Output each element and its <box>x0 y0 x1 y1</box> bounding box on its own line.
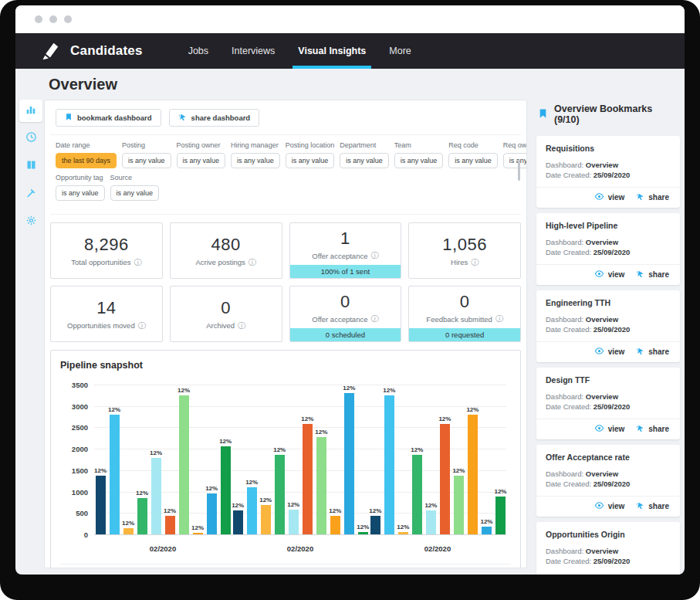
bar-interview[interactable] <box>289 510 299 534</box>
bar-interview[interactable] <box>151 458 161 534</box>
bar-interview[interactable] <box>207 493 217 534</box>
bookmark-date-line: Date Created: 25/09/2020 <box>546 402 671 412</box>
filter-opportunity-tag: Opportunity tagis any value <box>56 174 105 201</box>
filters-scrollbar[interactable] <box>518 160 520 181</box>
info-icon[interactable]: ⓘ <box>471 259 479 266</box>
tab-visual-insights[interactable]: Visual Insights <box>286 33 377 69</box>
x-axis-label: 02/2020 <box>106 544 220 553</box>
stat-card-offer-acceptance: 1Offer acceptanceⓘ100% of 1 sent <box>289 222 402 279</box>
window-control-dot[interactable] <box>35 15 42 23</box>
info-icon[interactable]: ⓘ <box>249 259 256 266</box>
rail-item-bar-chart[interactable] <box>19 100 42 122</box>
filter-value-pill[interactable]: is any value <box>340 153 389 168</box>
share-link[interactable]: share <box>636 347 669 357</box>
bar-column: 12% <box>164 385 176 534</box>
bookmark-dashboard-label: bookmark dashboard <box>77 114 152 122</box>
bookmark-card-opportunities-origin: Opportunities OriginDashboard: OverviewD… <box>536 522 680 575</box>
filter-value-pill[interactable]: is any value <box>177 153 226 168</box>
bar-interview[interactable] <box>344 393 354 534</box>
view-link[interactable]: view <box>594 192 625 202</box>
bar-interview[interactable] <box>275 455 285 534</box>
filter-value-pill[interactable]: is any value <box>503 153 527 168</box>
share-label: share <box>648 502 669 510</box>
filter-department: Departmentis any value <box>340 141 389 168</box>
tab-more[interactable]: More <box>377 33 422 69</box>
bookmark-dashboard-button[interactable]: bookmark dashboard <box>56 109 161 127</box>
filter-value-pill[interactable]: is any value <box>110 185 160 201</box>
bar-value-label: 12% <box>424 502 437 509</box>
bar-interview[interactable] <box>398 532 408 534</box>
bar-applicant[interactable] <box>384 395 394 534</box>
share-label: share <box>648 270 669 279</box>
bar-interview[interactable] <box>123 528 134 534</box>
view-link[interactable]: view <box>594 424 625 434</box>
bar-lead[interactable] <box>233 510 243 534</box>
view-label: view <box>608 425 625 433</box>
share-link[interactable]: share <box>636 192 669 202</box>
filter-label: Source <box>110 174 160 181</box>
info-icon[interactable]: ⓘ <box>370 315 378 323</box>
share-dashboard-button[interactable]: share dashboard <box>169 109 260 127</box>
rail-item-settings[interactable] <box>19 211 42 233</box>
filter-label: Department <box>340 141 389 149</box>
bar-group-3: 12%12%12%12%12%12%12%12%12%12% <box>369 385 506 534</box>
bar-interview[interactable] <box>221 446 231 534</box>
rail-item-tools[interactable] <box>19 183 42 205</box>
bar-interview[interactable] <box>330 516 340 534</box>
bar-lead[interactable] <box>96 476 106 534</box>
info-icon[interactable]: ⓘ <box>238 322 245 330</box>
bar-interview[interactable] <box>303 424 313 534</box>
info-icon[interactable]: ⓘ <box>138 322 146 330</box>
bar-applicant[interactable] <box>110 415 120 534</box>
bar-applicant[interactable] <box>247 487 257 534</box>
info-icon[interactable]: ⓘ <box>370 252 378 259</box>
bar-value-label: 12% <box>480 518 492 525</box>
bar-value-label: 12% <box>232 502 244 509</box>
chart-legend: LeadApplicantInterviewInterviewInterview… <box>60 564 511 568</box>
bar-interview[interactable] <box>482 527 492 534</box>
bar-interview[interactable] <box>454 476 464 534</box>
rail-item-clock[interactable] <box>19 127 42 150</box>
view-link[interactable]: view <box>594 269 625 280</box>
bar-column: 12% <box>273 385 286 534</box>
filter-value-pill[interactable]: is any value <box>286 153 335 168</box>
rail-item-book[interactable] <box>19 155 42 178</box>
bar-interview[interactable] <box>193 533 203 534</box>
bar-interview[interactable] <box>316 437 326 534</box>
bar-interview[interactable] <box>412 455 422 534</box>
stat-card-total-opportunities: 8,296Total opportunitiesⓘ <box>50 222 163 279</box>
bar-interview[interactable] <box>495 497 506 534</box>
view-link[interactable]: view <box>594 501 625 511</box>
bar-interview[interactable] <box>179 395 189 534</box>
bar-interview[interactable] <box>165 516 175 534</box>
filter-value-pill[interactable]: is any value <box>448 153 498 168</box>
share-link[interactable]: share <box>636 501 669 511</box>
share-label: share <box>648 193 669 202</box>
filter-value-pill[interactable]: is any value <box>122 153 171 168</box>
filter-value-pill[interactable]: the last 90 days <box>56 153 117 168</box>
filter-value-pill[interactable]: is any value <box>56 185 105 201</box>
bar-interview[interactable] <box>261 505 271 534</box>
bookmark-card-footer: viewshare <box>536 496 680 517</box>
bar-interview[interactable] <box>137 498 147 534</box>
filter-value-pill[interactable]: is any value <box>231 153 280 168</box>
bar-interview[interactable] <box>358 532 368 534</box>
tab-jobs[interactable]: Jobs <box>177 33 220 69</box>
bar-interview[interactable] <box>468 415 478 534</box>
window-control-dot[interactable] <box>64 15 72 23</box>
bar-lead[interactable] <box>370 516 380 534</box>
filter-label: Req owner <box>503 141 527 149</box>
view-link[interactable]: view <box>594 347 625 357</box>
tab-interviews[interactable]: Interviews <box>220 33 286 69</box>
bar-interview[interactable] <box>426 510 436 534</box>
window-control-dot[interactable] <box>49 15 57 23</box>
filter-value-pill[interactable]: is any value <box>394 153 444 168</box>
stat-label-text: Hires <box>451 258 468 266</box>
filter-source: Sourceis any value <box>110 174 160 201</box>
share-link[interactable]: share <box>636 269 669 280</box>
info-icon[interactable]: ⓘ <box>495 315 503 323</box>
bar-interview[interactable] <box>440 424 450 534</box>
top-navbar: Candidates JobsInterviewsVisual Insights… <box>15 33 685 69</box>
info-icon[interactable]: ⓘ <box>134 259 141 266</box>
share-link[interactable]: share <box>636 424 669 434</box>
